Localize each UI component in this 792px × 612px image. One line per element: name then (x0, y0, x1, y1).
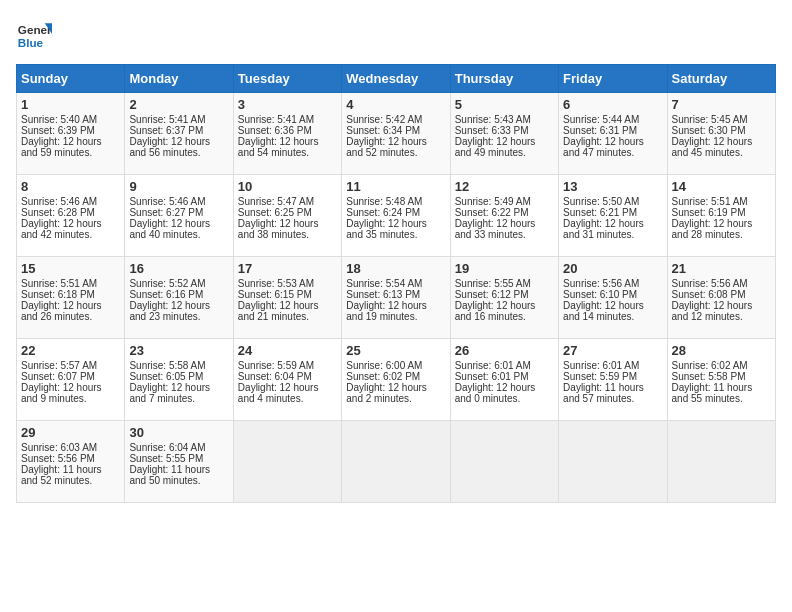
day-number: 29 (21, 425, 120, 440)
calendar-cell: 14Sunrise: 5:51 AMSunset: 6:19 PMDayligh… (667, 175, 775, 257)
day-info: Sunset: 6:39 PM (21, 125, 120, 136)
day-number: 4 (346, 97, 445, 112)
day-info: Sunrise: 5:43 AM (455, 114, 554, 125)
day-number: 19 (455, 261, 554, 276)
calendar-cell: 7Sunrise: 5:45 AMSunset: 6:30 PMDaylight… (667, 93, 775, 175)
day-info: Sunrise: 5:59 AM (238, 360, 337, 371)
day-info: Sunset: 6:28 PM (21, 207, 120, 218)
day-info: Daylight: 12 hours and 45 minutes. (672, 136, 771, 158)
day-info: Daylight: 12 hours and 38 minutes. (238, 218, 337, 240)
day-info: Sunset: 6:21 PM (563, 207, 662, 218)
day-info: Daylight: 12 hours and 21 minutes. (238, 300, 337, 322)
calendar-cell: 2Sunrise: 5:41 AMSunset: 6:37 PMDaylight… (125, 93, 233, 175)
day-info: Sunset: 6:15 PM (238, 289, 337, 300)
day-info: Daylight: 12 hours and 42 minutes. (21, 218, 120, 240)
day-info: Sunset: 6:22 PM (455, 207, 554, 218)
day-number: 30 (129, 425, 228, 440)
calendar-cell: 27Sunrise: 6:01 AMSunset: 5:59 PMDayligh… (559, 339, 667, 421)
day-info: Daylight: 12 hours and 9 minutes. (21, 382, 120, 404)
calendar-table: Sunday Monday Tuesday Wednesday Thursday… (16, 64, 776, 503)
day-info: Daylight: 12 hours and 35 minutes. (346, 218, 445, 240)
day-info: Sunset: 6:25 PM (238, 207, 337, 218)
day-number: 2 (129, 97, 228, 112)
day-info: Daylight: 12 hours and 31 minutes. (563, 218, 662, 240)
day-number: 11 (346, 179, 445, 194)
calendar-cell: 16Sunrise: 5:52 AMSunset: 6:16 PMDayligh… (125, 257, 233, 339)
day-number: 6 (563, 97, 662, 112)
day-info: Daylight: 12 hours and 14 minutes. (563, 300, 662, 322)
day-info: Daylight: 12 hours and 56 minutes. (129, 136, 228, 158)
calendar-cell: 6Sunrise: 5:44 AMSunset: 6:31 PMDaylight… (559, 93, 667, 175)
calendar-cell: 8Sunrise: 5:46 AMSunset: 6:28 PMDaylight… (17, 175, 125, 257)
day-number: 7 (672, 97, 771, 112)
calendar-cell: 19Sunrise: 5:55 AMSunset: 6:12 PMDayligh… (450, 257, 558, 339)
day-number: 24 (238, 343, 337, 358)
calendar-cell: 25Sunrise: 6:00 AMSunset: 6:02 PMDayligh… (342, 339, 450, 421)
day-number: 8 (21, 179, 120, 194)
calendar-cell: 26Sunrise: 6:01 AMSunset: 6:01 PMDayligh… (450, 339, 558, 421)
calendar-cell: 18Sunrise: 5:54 AMSunset: 6:13 PMDayligh… (342, 257, 450, 339)
calendar-cell: 4Sunrise: 5:42 AMSunset: 6:34 PMDaylight… (342, 93, 450, 175)
day-number: 9 (129, 179, 228, 194)
calendar-cell: 5Sunrise: 5:43 AMSunset: 6:33 PMDaylight… (450, 93, 558, 175)
calendar-week-row: 8Sunrise: 5:46 AMSunset: 6:28 PMDaylight… (17, 175, 776, 257)
day-number: 10 (238, 179, 337, 194)
day-info: Sunset: 6:12 PM (455, 289, 554, 300)
day-number: 27 (563, 343, 662, 358)
calendar-cell: 30Sunrise: 6:04 AMSunset: 5:55 PMDayligh… (125, 421, 233, 503)
day-number: 23 (129, 343, 228, 358)
day-info: Sunrise: 6:04 AM (129, 442, 228, 453)
calendar-cell: 13Sunrise: 5:50 AMSunset: 6:21 PMDayligh… (559, 175, 667, 257)
day-info: Sunset: 6:31 PM (563, 125, 662, 136)
day-info: Sunset: 6:33 PM (455, 125, 554, 136)
day-info: Daylight: 12 hours and 12 minutes. (672, 300, 771, 322)
calendar-cell: 21Sunrise: 5:56 AMSunset: 6:08 PMDayligh… (667, 257, 775, 339)
calendar-cell (667, 421, 775, 503)
header-tuesday: Tuesday (233, 65, 341, 93)
page-header: General Blue (16, 16, 776, 52)
day-info: Daylight: 12 hours and 2 minutes. (346, 382, 445, 404)
day-info: Sunrise: 5:47 AM (238, 196, 337, 207)
day-info: Sunrise: 5:45 AM (672, 114, 771, 125)
day-info: Sunrise: 5:50 AM (563, 196, 662, 207)
day-info: Sunset: 6:37 PM (129, 125, 228, 136)
calendar-cell (450, 421, 558, 503)
day-info: Daylight: 12 hours and 4 minutes. (238, 382, 337, 404)
calendar-cell: 20Sunrise: 5:56 AMSunset: 6:10 PMDayligh… (559, 257, 667, 339)
calendar-cell: 23Sunrise: 5:58 AMSunset: 6:05 PMDayligh… (125, 339, 233, 421)
day-info: Daylight: 11 hours and 55 minutes. (672, 382, 771, 404)
day-info: Daylight: 12 hours and 59 minutes. (21, 136, 120, 158)
day-number: 12 (455, 179, 554, 194)
day-info: Sunset: 6:07 PM (21, 371, 120, 382)
day-number: 20 (563, 261, 662, 276)
calendar-cell (233, 421, 341, 503)
header-friday: Friday (559, 65, 667, 93)
day-info: Sunrise: 6:01 AM (563, 360, 662, 371)
day-info: Sunrise: 5:55 AM (455, 278, 554, 289)
day-info: Daylight: 11 hours and 57 minutes. (563, 382, 662, 404)
day-info: Daylight: 12 hours and 33 minutes. (455, 218, 554, 240)
day-info: Sunset: 6:04 PM (238, 371, 337, 382)
day-info: Sunrise: 5:51 AM (21, 278, 120, 289)
day-number: 14 (672, 179, 771, 194)
day-info: Daylight: 12 hours and 26 minutes. (21, 300, 120, 322)
day-number: 28 (672, 343, 771, 358)
day-info: Sunrise: 5:49 AM (455, 196, 554, 207)
day-info: Daylight: 12 hours and 54 minutes. (238, 136, 337, 158)
day-info: Sunset: 5:58 PM (672, 371, 771, 382)
day-info: Sunrise: 5:51 AM (672, 196, 771, 207)
day-info: Sunrise: 6:01 AM (455, 360, 554, 371)
calendar-cell: 24Sunrise: 5:59 AMSunset: 6:04 PMDayligh… (233, 339, 341, 421)
day-info: Sunset: 6:01 PM (455, 371, 554, 382)
day-number: 18 (346, 261, 445, 276)
day-info: Sunrise: 5:44 AM (563, 114, 662, 125)
day-info: Sunset: 6:08 PM (672, 289, 771, 300)
day-number: 5 (455, 97, 554, 112)
day-info: Sunrise: 5:41 AM (238, 114, 337, 125)
day-info: Daylight: 11 hours and 52 minutes. (21, 464, 120, 486)
day-info: Daylight: 12 hours and 52 minutes. (346, 136, 445, 158)
day-info: Sunset: 6:30 PM (672, 125, 771, 136)
day-info: Sunrise: 5:54 AM (346, 278, 445, 289)
calendar-body: 1Sunrise: 5:40 AMSunset: 6:39 PMDaylight… (17, 93, 776, 503)
day-info: Daylight: 12 hours and 28 minutes. (672, 218, 771, 240)
